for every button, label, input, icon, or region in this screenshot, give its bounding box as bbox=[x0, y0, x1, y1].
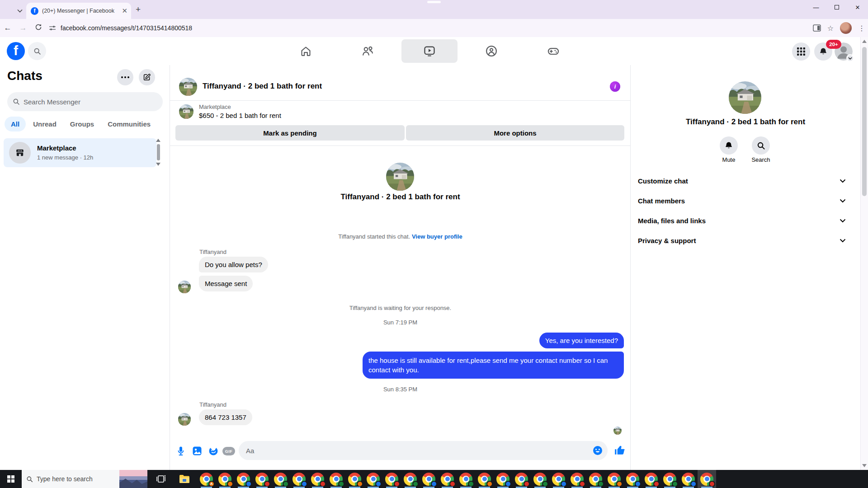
section-privacy-support[interactable]: Privacy & support bbox=[634, 230, 853, 250]
browser-profile-avatar[interactable] bbox=[840, 22, 852, 34]
messenger-search[interactable] bbox=[7, 92, 163, 111]
close-button[interactable]: ✕ bbox=[847, 0, 868, 14]
message-input-pill[interactable] bbox=[239, 441, 608, 460]
taskbar-chrome-window[interactable] bbox=[290, 470, 308, 488]
emoji-button[interactable] bbox=[592, 445, 603, 456]
taskbar-chrome-window[interactable] bbox=[457, 470, 475, 488]
browser-tab[interactable]: f (20+) Messenger | Facebook ✕ bbox=[26, 3, 131, 19]
maximize-button[interactable] bbox=[826, 0, 847, 14]
section-chat-members[interactable]: Chat members bbox=[634, 191, 853, 211]
windows-search-input[interactable] bbox=[37, 475, 109, 483]
taskbar-chrome-window[interactable] bbox=[605, 470, 623, 488]
scroll-up-icon[interactable] bbox=[862, 40, 867, 43]
message-input[interactable] bbox=[246, 447, 590, 455]
taskbar-chrome-window[interactable] bbox=[494, 470, 512, 488]
nav-watch-tab[interactable] bbox=[401, 39, 458, 63]
messenger-search-input[interactable] bbox=[24, 98, 150, 106]
weather-widget-button[interactable] bbox=[119, 470, 147, 488]
windows-search-box[interactable] bbox=[22, 470, 119, 488]
task-view-button[interactable] bbox=[151, 470, 171, 488]
taskbar-chrome-window[interactable] bbox=[401, 470, 420, 488]
apps-menu-button[interactable] bbox=[792, 42, 810, 61]
tab-groups[interactable]: Groups bbox=[64, 117, 100, 131]
facebook-search-button[interactable] bbox=[28, 42, 46, 60]
taskbar-chrome-window[interactable] bbox=[679, 470, 698, 488]
chat-list-scrollbar[interactable] bbox=[156, 139, 161, 170]
taskbar-chrome-window[interactable] bbox=[327, 470, 345, 488]
outgoing-message-bubble[interactable]: Yes, are you interested? bbox=[539, 333, 624, 348]
taskbar-chrome-window[interactable] bbox=[382, 470, 401, 488]
taskbar-chrome-window[interactable] bbox=[549, 470, 568, 488]
conversation-info-button[interactable]: i bbox=[610, 81, 620, 92]
chats-options-button[interactable] bbox=[117, 69, 133, 85]
nav-friends-tab[interactable] bbox=[340, 39, 396, 63]
split-screen-icon[interactable] bbox=[813, 24, 821, 32]
gif-button[interactable]: GIF bbox=[222, 447, 235, 455]
file-explorer-button[interactable] bbox=[175, 470, 194, 488]
nav-gaming-tab[interactable] bbox=[525, 39, 581, 63]
incoming-message-bubble[interactable]: Do you allow pets? bbox=[199, 257, 268, 272]
scrollbar-thumb[interactable] bbox=[862, 47, 867, 196]
sticker-button[interactable] bbox=[208, 446, 219, 456]
incoming-message-bubble[interactable]: 864 723 1357 bbox=[199, 409, 252, 425]
nav-home-tab[interactable] bbox=[278, 39, 334, 63]
back-button[interactable]: ← bbox=[0, 23, 15, 33]
taskbar-chrome-window[interactable] bbox=[271, 470, 290, 488]
facebook-logo[interactable]: f bbox=[7, 42, 25, 60]
start-button[interactable] bbox=[0, 470, 22, 488]
address-box[interactable]: facebook.com/messages/t/1470315414800518 bbox=[49, 24, 192, 32]
search-in-conversation-button[interactable] bbox=[752, 136, 770, 155]
taskbar-chrome-window[interactable] bbox=[345, 470, 364, 488]
new-message-button[interactable] bbox=[139, 69, 155, 85]
taskbar-chrome-window[interactable] bbox=[531, 470, 549, 488]
taskbar-chrome-window[interactable] bbox=[623, 470, 642, 488]
scroll-down-icon[interactable] bbox=[862, 464, 867, 467]
taskbar-chrome-window[interactable] bbox=[308, 470, 327, 488]
chat-header-title[interactable]: Tiffanyand · 2 bed 1 bath for rent bbox=[203, 82, 322, 91]
taskbar-chrome-window[interactable] bbox=[512, 470, 531, 488]
scrollbar-thumb[interactable] bbox=[157, 144, 160, 160]
minimize-button[interactable]: — bbox=[806, 0, 826, 14]
reload-button[interactable] bbox=[31, 23, 46, 33]
tab-unread[interactable]: Unread bbox=[27, 117, 63, 131]
taskbar-chrome-window[interactable] bbox=[475, 470, 494, 488]
page-scrollbar[interactable] bbox=[860, 37, 868, 470]
scroll-up-icon[interactable] bbox=[156, 139, 160, 142]
chat-list-item-marketplace[interactable]: Marketplace 1 new message · 12h bbox=[4, 138, 156, 167]
taskbar-chrome-window[interactable] bbox=[586, 470, 605, 488]
tab-communities[interactable]: Communities bbox=[101, 117, 157, 131]
forward-button[interactable]: → bbox=[15, 23, 31, 33]
browser-menu-icon[interactable]: ⋮ bbox=[858, 24, 865, 33]
taskbar-chrome-window[interactable]: A bbox=[197, 470, 216, 488]
taskbar-chrome-window[interactable] bbox=[420, 470, 438, 488]
attach-photo-button[interactable] bbox=[192, 446, 203, 456]
chat-header-avatar[interactable] bbox=[179, 78, 197, 96]
section-media-files-links[interactable]: Media, files and links bbox=[634, 211, 853, 230]
taskbar-chrome-window[interactable] bbox=[234, 470, 253, 488]
outgoing-message-bubble[interactable]: the house is still available for rent,pl… bbox=[363, 352, 624, 379]
scroll-down-icon[interactable] bbox=[156, 163, 160, 166]
taskbar-chrome-window[interactable] bbox=[253, 470, 271, 488]
taskbar-chrome-window[interactable] bbox=[438, 470, 457, 488]
site-info-icon[interactable] bbox=[49, 24, 56, 32]
thumbs-up-button[interactable] bbox=[614, 445, 626, 456]
view-buyer-profile-link[interactable]: View buyer profile bbox=[412, 233, 462, 240]
new-tab-button[interactable]: + bbox=[136, 5, 141, 14]
taskbar-chrome-window[interactable] bbox=[216, 470, 234, 488]
bookmark-star-icon[interactable]: ☆ bbox=[827, 24, 834, 33]
tab-search-chevron-icon[interactable] bbox=[17, 6, 23, 14]
tab-all[interactable]: All bbox=[5, 117, 26, 131]
listing-title[interactable]: $650 - 2 bed 1 bath for rent bbox=[199, 112, 281, 119]
tab-close-icon[interactable]: ✕ bbox=[122, 7, 127, 15]
mute-button[interactable] bbox=[720, 136, 738, 155]
more-options-button[interactable]: More options bbox=[406, 125, 624, 141]
taskbar-chrome-window[interactable] bbox=[642, 470, 660, 488]
voice-clip-button[interactable] bbox=[175, 446, 186, 456]
taskbar-chrome-window[interactable] bbox=[568, 470, 586, 488]
taskbar-chrome-window[interactable] bbox=[660, 470, 679, 488]
mark-as-pending-button[interactable]: Mark as pending bbox=[175, 125, 405, 141]
taskbar-chrome-window[interactable] bbox=[364, 470, 382, 488]
section-customize-chat[interactable]: Customize chat bbox=[634, 171, 853, 191]
incoming-message-bubble[interactable]: Message sent bbox=[199, 276, 253, 291]
nav-groups-tab[interactable] bbox=[463, 39, 519, 63]
